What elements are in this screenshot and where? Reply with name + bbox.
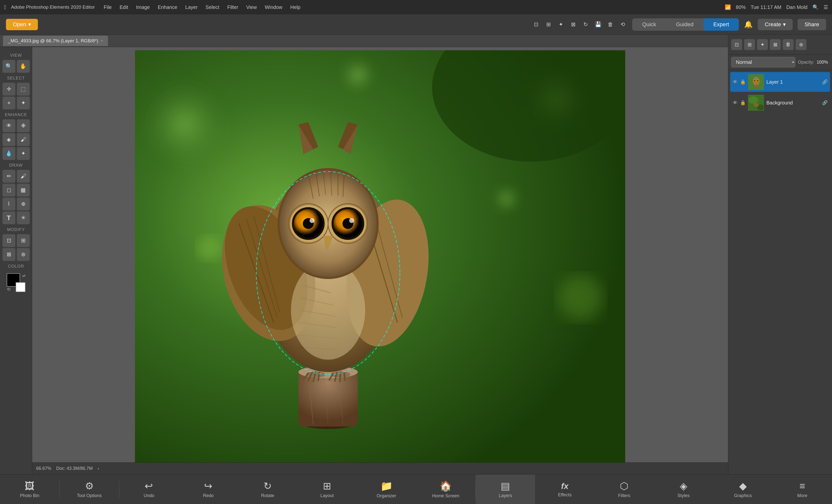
recompose-tool[interactable]: ⊞	[17, 234, 30, 247]
heal-tool[interactable]: ✙	[17, 119, 30, 132]
panel-icon-3[interactable]: ✦	[757, 39, 768, 50]
dock-more[interactable]: ≡ More	[773, 475, 832, 504]
tab-expert[interactable]: Expert	[703, 18, 739, 31]
open-button[interactable]: Open ▾	[6, 19, 38, 30]
layers-icon: ▤	[501, 480, 510, 492]
background-color[interactable]	[16, 282, 26, 292]
layers-label: Layers	[499, 493, 512, 498]
dock-effects[interactable]: fx Effects	[535, 475, 595, 504]
create-button[interactable]: Create ▾	[758, 19, 792, 30]
hand-tool[interactable]: ✋	[17, 60, 30, 73]
magic-wand-tool[interactable]: ✦	[17, 97, 30, 109]
section-select: Select	[0, 76, 32, 81]
close-tab-icon[interactable]: ×	[101, 38, 103, 43]
dock-layout[interactable]: ⊞ Layout	[297, 475, 357, 504]
menu-window[interactable]: Window	[261, 3, 286, 11]
scroll-arrow-icon[interactable]: ›	[98, 466, 99, 471]
menu-select[interactable]: Select	[202, 3, 223, 11]
tab-quick[interactable]: Quick	[632, 18, 666, 31]
dock-styles[interactable]: ◈ Styles	[654, 475, 713, 504]
menu-help[interactable]: Help	[286, 3, 304, 11]
layer1-link-icon[interactable]: 🔗	[822, 79, 828, 85]
zoom-tool[interactable]: 🔍	[2, 60, 15, 73]
draw-tools-4: T ✳	[0, 211, 32, 224]
marquee-tool[interactable]: ⬚	[17, 83, 30, 96]
open-label: Open	[13, 21, 26, 28]
organizer-icon[interactable]: ⊡	[531, 20, 541, 29]
canvas-image[interactable]	[135, 50, 625, 471]
rotate-icon: ↻	[263, 480, 272, 492]
red-eye-tool[interactable]: ⊛	[17, 248, 30, 261]
effects-label: Effects	[558, 493, 572, 498]
swap-colors-icon[interactable]: ⇄	[22, 273, 26, 278]
apple-menu[interactable]: 	[4, 4, 6, 11]
compare-icon[interactable]: ⊞	[544, 20, 553, 29]
dock-redo[interactable]: ↪ Redo	[179, 475, 238, 504]
dock-undo[interactable]: ↩ Undo	[119, 475, 179, 504]
shape-tool[interactable]: ✳	[17, 211, 30, 224]
restore-icon[interactable]: ⟲	[618, 20, 627, 29]
reset-colors-icon[interactable]: ⟲	[7, 287, 10, 292]
panel-icon-4[interactable]: ⊠	[770, 39, 781, 50]
dock-photo-bin[interactable]: 🖼 Photo Bin	[0, 475, 59, 504]
panel-icon-2[interactable]: ⊞	[744, 39, 755, 50]
tab-guided[interactable]: Guided	[666, 18, 703, 31]
notification-icon[interactable]: 🔔	[744, 20, 753, 29]
file-tab[interactable]: _MG_4933.jpg @ 66.7% (Layer 1, RGB/8*) ×	[3, 36, 108, 46]
rotate-icon[interactable]: ↻	[581, 20, 590, 29]
dock-home-screen[interactable]: 🏠 Home Screen	[416, 475, 475, 504]
trash-icon[interactable]: 🗑	[606, 20, 615, 29]
layerbg-link-icon[interactable]: 🔗	[822, 100, 828, 105]
menu-icon[interactable]: ☰	[824, 4, 828, 10]
section-draw: Draw	[0, 163, 32, 168]
pencil-tool[interactable]: ✏	[2, 170, 15, 183]
menu-filter[interactable]: Filter	[223, 3, 242, 11]
dodge-tool[interactable]: 💧	[2, 147, 15, 160]
burn-tool[interactable]: ✦	[17, 147, 30, 160]
organizer-icon: 📁	[380, 480, 393, 492]
styles-icon: ◈	[680, 480, 687, 492]
view-tools: 🔍 ✋	[0, 60, 32, 73]
dock-organizer[interactable]: 📁 Organizer	[357, 475, 416, 504]
menu-view[interactable]: View	[242, 3, 261, 11]
dock-rotate[interactable]: ↻ Rotate	[238, 475, 297, 504]
blur-tool[interactable]: ◈	[2, 133, 15, 146]
panel-icon-1[interactable]: ⊡	[731, 39, 742, 50]
crop-tool[interactable]: ⊡	[2, 234, 15, 247]
crop-icon[interactable]: ⊠	[569, 20, 578, 29]
dock-layers[interactable]: ▤ Layers	[476, 475, 535, 504]
layer1-eye-icon[interactable]: 👁	[733, 79, 738, 85]
text-tool[interactable]: T	[2, 211, 15, 224]
sponge-tool[interactable]: 🖌	[17, 133, 30, 146]
color-replace-tool[interactable]: ⊕	[17, 197, 30, 210]
share-button[interactable]: Share	[798, 19, 826, 30]
menu-enhance[interactable]: Enhance	[154, 3, 181, 11]
panel-icon-5[interactable]: 🗑	[783, 39, 794, 50]
section-color: Color	[0, 264, 32, 269]
eye-tool[interactable]: 👁	[2, 119, 15, 132]
panel-icon-6[interactable]: ⊛	[796, 39, 806, 50]
brush-tool[interactable]: 🖌	[17, 170, 30, 183]
layerbg-thumbnail	[748, 95, 764, 111]
eraser-tool[interactable]: ◻	[2, 184, 15, 196]
layerbg-eye-icon[interactable]: 👁	[733, 100, 738, 106]
layer-item-1[interactable]: 👁 🔒 Layer 1 🔗	[730, 72, 830, 92]
menu-edit[interactable]: Edit	[115, 3, 132, 11]
content-aware-tool[interactable]: ⊠	[2, 248, 15, 261]
menu-layer[interactable]: Layer	[181, 3, 202, 11]
menu-file[interactable]: File	[100, 3, 115, 11]
blend-mode-select[interactable]: Normal	[731, 57, 795, 67]
move-tool[interactable]: ✛	[2, 83, 15, 96]
dock-filters[interactable]: ⬡ Filters	[595, 475, 654, 504]
menu-image[interactable]: Image	[132, 3, 154, 11]
layer1-thumbnail	[748, 74, 764, 90]
pattern-tool[interactable]: ▦	[17, 184, 30, 196]
lasso-tool[interactable]: ⌖	[2, 97, 15, 109]
enhance-icon[interactable]: ✦	[556, 20, 565, 29]
eyedropper-tool[interactable]: ⌇	[2, 197, 15, 210]
dock-tool-options[interactable]: ⚙ Tool Options	[60, 475, 119, 504]
layer-item-bg[interactable]: 👁 🔒 Background 🔗	[730, 93, 830, 113]
dock-graphics[interactable]: ◆ Graphics	[713, 475, 773, 504]
search-icon[interactable]: 🔍	[812, 4, 818, 10]
save-icon[interactable]: 💾	[594, 20, 602, 29]
